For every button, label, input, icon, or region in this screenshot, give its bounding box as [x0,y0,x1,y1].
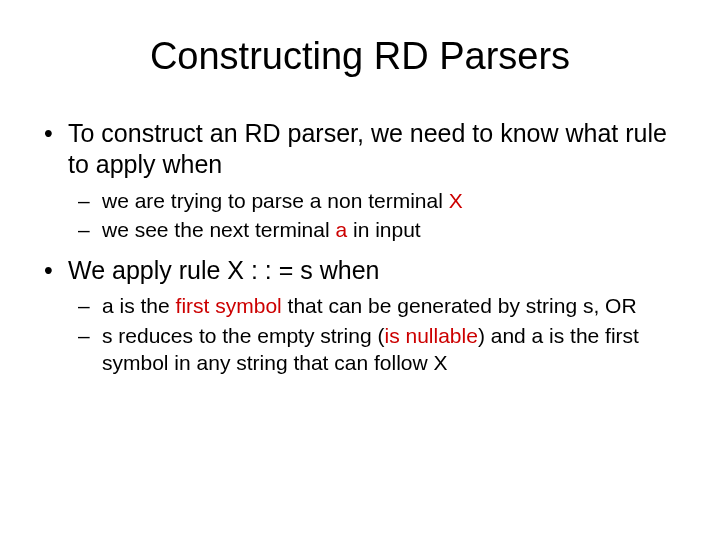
sub-text-highlight: X [449,189,463,212]
bullet-text: We apply rule X : : = s when [68,256,380,284]
sub-item: we are trying to parse a non terminal X [40,187,680,214]
sub-item: s reduces to the empty string (is nullab… [40,322,680,377]
bullet-item: We apply rule X : : = s when [40,255,680,286]
sub-text-pre: we are trying to parse a non terminal [102,189,449,212]
sub-list: a is the first symbol that can be genera… [40,292,680,376]
sub-list: we are trying to parse a non terminal X … [40,187,680,244]
main-bullet-list: To construct an RD parser, we need to kn… [40,118,680,376]
bullet-item: To construct an RD parser, we need to kn… [40,118,680,181]
sub-text-highlight: a [335,218,347,241]
sub-text-pre: a is the [102,294,176,317]
sub-text-pre: s reduces to the empty string ( [102,324,384,347]
sub-text-highlight: is nullable [384,324,477,347]
sub-text-pre: we see the next terminal [102,218,335,241]
sub-item: a is the first symbol that can be genera… [40,292,680,319]
sub-text-post: in input [347,218,421,241]
bullet-text: To construct an RD parser, we need to kn… [68,119,667,178]
sub-text-highlight: first symbol [176,294,282,317]
sub-text-post: that can be generated by string s, OR [282,294,637,317]
sub-item: we see the next terminal a in input [40,216,680,243]
slide-title: Constructing RD Parsers [40,35,680,78]
